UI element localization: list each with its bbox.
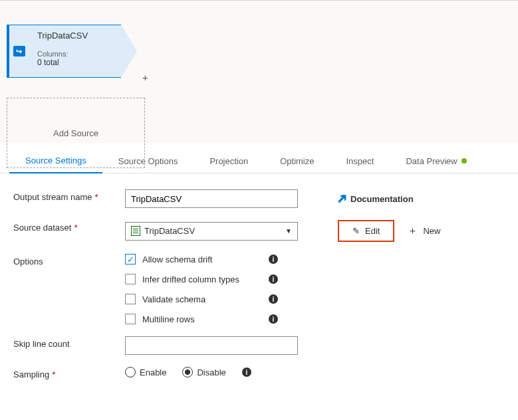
- skip-lines-input[interactable]: [125, 336, 298, 355]
- info-icon[interactable]: i: [242, 368, 251, 377]
- required-marker: *: [95, 192, 98, 202]
- dataset-icon: [131, 226, 140, 236]
- chevron-down-icon: ▼: [285, 227, 292, 235]
- checkbox-icon: [125, 314, 136, 324]
- checkbox-icon: [125, 274, 136, 284]
- info-icon[interactable]: i: [269, 274, 278, 284]
- label-source-dataset: Source dataset*: [13, 220, 125, 233]
- checkbox-validate-schema[interactable]: Validate schema i: [125, 294, 278, 304]
- checkbox-allow-schema-drift[interactable]: ✓ Allow schema drift i: [125, 254, 278, 264]
- tab-optimize[interactable]: Optimize: [264, 149, 330, 173]
- plus-icon: ＋: [408, 225, 418, 237]
- tab-data-preview[interactable]: Data Preview: [390, 149, 482, 173]
- info-icon[interactable]: i: [269, 314, 278, 324]
- required-marker: *: [74, 223, 77, 233]
- checkbox-icon: [125, 294, 136, 304]
- source-settings-form: Output stream name* 🡵 Documentation Sour…: [0, 173, 518, 407]
- label-output-stream: Output stream name*: [13, 189, 125, 202]
- tab-projection[interactable]: Projection: [194, 149, 264, 173]
- checkbox-infer-drifted[interactable]: Infer drifted column types i: [125, 274, 278, 284]
- label-sampling: Sampling*: [13, 367, 125, 379]
- pencil-icon: ✎: [352, 226, 360, 236]
- source-dataset-select[interactable]: TripDataCSV ▼: [125, 222, 298, 241]
- info-icon[interactable]: i: [269, 255, 278, 264]
- required-marker: *: [52, 369, 55, 379]
- documentation-link[interactable]: 🡵 Documentation: [338, 194, 414, 204]
- node-arrow: [121, 25, 137, 78]
- label-options: Options: [13, 254, 125, 266]
- node-body: TripDataCSV Columns: 0 total: [31, 25, 121, 78]
- source-node[interactable]: ↪ TripDataCSV Columns: 0 total: [7, 25, 137, 78]
- checkbox-multiline-rows[interactable]: Multiline rows i: [125, 314, 278, 324]
- source-dataset-value: TripDataCSV: [144, 226, 195, 236]
- external-link-icon: 🡵: [338, 194, 346, 204]
- radio-sampling-enable[interactable]: Enable: [125, 367, 166, 377]
- add-source-label: Add Source: [53, 128, 98, 138]
- output-stream-input[interactable]: [125, 189, 298, 208]
- tab-inspect[interactable]: Inspect: [330, 149, 390, 173]
- radio-sampling-disable[interactable]: Disable: [182, 367, 225, 377]
- node-columns-value: 0 total: [37, 58, 114, 67]
- radio-icon: [125, 367, 136, 377]
- info-icon[interactable]: i: [269, 294, 278, 304]
- node-title: TripDataCSV: [37, 31, 114, 41]
- flow-canvas: ↪ TripDataCSV Columns: 0 total + Add Sou…: [0, 0, 518, 143]
- new-button[interactable]: ＋ New: [408, 225, 440, 237]
- label-skip-lines: Skip line count: [13, 336, 125, 349]
- source-icon: ↪: [13, 46, 25, 56]
- add-step-plus[interactable]: +: [142, 72, 148, 83]
- add-source-button[interactable]: Add Source: [7, 98, 145, 168]
- node-icon-box: ↪: [7, 25, 31, 78]
- node-columns-label: Columns:: [37, 50, 114, 58]
- checkbox-icon: ✓: [125, 254, 136, 264]
- status-dot-icon: [461, 158, 467, 163]
- edit-button[interactable]: ✎ Edit: [338, 220, 394, 242]
- radio-icon: [182, 367, 193, 377]
